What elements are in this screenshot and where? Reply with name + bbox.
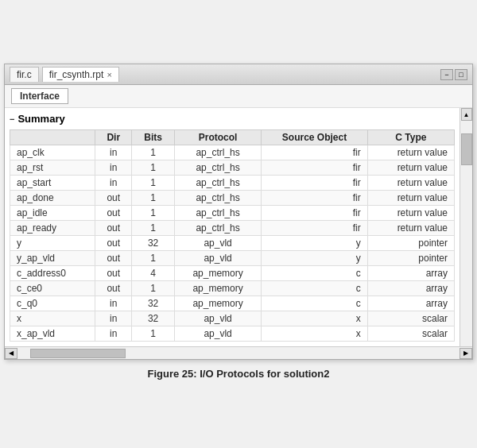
cell-name: c_q0 [10, 296, 95, 311]
cell-name: ap_idle [10, 206, 95, 221]
cell-source: c [262, 266, 368, 281]
cell-ctype: return value [367, 176, 454, 191]
interface-tab[interactable]: Interface [11, 88, 68, 104]
col-header-name [10, 130, 95, 145]
vertical-scrollbar[interactable]: ▲ [460, 108, 472, 346]
cell-protocol: ap_ctrl_hs [175, 176, 262, 191]
minimize-button[interactable]: − [440, 69, 453, 80]
cell-ctype: pointer [367, 236, 454, 251]
cell-protocol: ap_ctrl_hs [175, 206, 262, 221]
cell-protocol: ap_vld [175, 251, 262, 266]
cell-protocol: ap_ctrl_hs [175, 145, 262, 160]
cell-dir: in [95, 160, 132, 176]
cell-dir: in [95, 176, 132, 191]
cell-ctype: scalar [367, 311, 454, 326]
cell-ctype: pointer [367, 251, 454, 266]
cell-source: c [262, 296, 368, 311]
scroll-up-arrow[interactable]: ▲ [461, 108, 472, 121]
cell-name: ap_start [10, 176, 95, 191]
cell-protocol: ap_vld [175, 236, 262, 251]
table-row: x_ap_vldin1ap_vldxscalar [10, 326, 455, 342]
cell-dir: out [95, 206, 132, 221]
cell-bits: 1 [132, 251, 175, 266]
content-area: − Summary Dir Bits Protocol Source Objec… [5, 108, 472, 346]
cell-source: x [262, 311, 368, 326]
scroll-left-arrow[interactable]: ◀ [5, 348, 17, 359]
toolbar: Interface [5, 85, 472, 108]
cell-ctype: return value [367, 160, 454, 176]
main-window: fir.c fir_csynth.rpt × − □ Interface − S… [4, 64, 473, 360]
cell-bits: 1 [132, 206, 175, 221]
tab-fir-csynth-label: fir_csynth.rpt [49, 69, 104, 80]
cell-source: fir [262, 176, 368, 191]
cell-name: ap_ready [10, 221, 95, 236]
cell-ctype: return value [367, 221, 454, 236]
cell-dir: in [95, 311, 132, 326]
scroll-right-arrow[interactable]: ▶ [460, 348, 472, 359]
cell-source: fir [262, 191, 368, 206]
table-row: ap_idleout1ap_ctrl_hsfirreturn value [10, 206, 455, 221]
cell-bits: 32 [132, 311, 175, 326]
cell-ctype: scalar [367, 326, 454, 342]
interface-table: Dir Bits Protocol Source Object C Type a… [10, 129, 455, 342]
collapse-icon[interactable]: − [10, 114, 14, 124]
cell-bits: 1 [132, 176, 175, 191]
cell-name: ap_done [10, 191, 95, 206]
cell-ctype: array [367, 266, 454, 281]
cell-dir: out [95, 251, 132, 266]
cell-ctype: array [367, 296, 454, 311]
table-row: c_ce0out1ap_memorycarray [10, 281, 455, 296]
table-row: xin32ap_vldxscalar [10, 311, 455, 326]
cell-ctype: array [367, 281, 454, 296]
cell-bits: 1 [132, 191, 175, 206]
table-row: c_q0in32ap_memorycarray [10, 296, 455, 311]
col-header-source: Source Object [262, 130, 368, 145]
tab-fir-csynth[interactable]: fir_csynth.rpt × [42, 67, 119, 82]
cell-protocol: ap_ctrl_hs [175, 221, 262, 236]
scroll-h-track [17, 348, 460, 359]
section-title: Summary [17, 113, 64, 125]
cell-name: ap_rst [10, 160, 95, 176]
figure-caption: Figure 25: I/O Protocols for solution2 [148, 360, 330, 384]
cell-protocol: ap_memory [175, 266, 262, 281]
maximize-button[interactable]: □ [455, 69, 467, 80]
cell-bits: 32 [132, 236, 175, 251]
cell-protocol: ap_memory [175, 281, 262, 296]
cell-protocol: ap_vld [175, 326, 262, 342]
table-row: ap_doneout1ap_ctrl_hsfirreturn value [10, 191, 455, 206]
cell-name: y [10, 236, 95, 251]
table-row: yout32ap_vldypointer [10, 236, 455, 251]
section-header: − Summary [10, 113, 455, 125]
cell-bits: 1 [132, 326, 175, 342]
col-header-protocol: Protocol [175, 130, 262, 145]
cell-name: c_address0 [10, 266, 95, 281]
cell-protocol: ap_vld [175, 311, 262, 326]
cell-dir: in [95, 145, 132, 160]
cell-bits: 32 [132, 296, 175, 311]
cell-protocol: ap_memory [175, 296, 262, 311]
cell-bits: 4 [132, 266, 175, 281]
cell-dir: out [95, 266, 132, 281]
close-tab-icon[interactable]: × [107, 70, 111, 79]
tab-fir-c-label: fir.c [17, 69, 32, 80]
cell-protocol: ap_ctrl_hs [175, 191, 262, 206]
table-row: c_address0out4ap_memorycarray [10, 266, 455, 281]
title-bar: fir.c fir_csynth.rpt × − □ [5, 64, 472, 85]
col-header-ctype: C Type [367, 130, 454, 145]
scroll-thumb[interactable] [461, 133, 472, 165]
cell-source: fir [262, 206, 368, 221]
table-row: y_ap_vldout1ap_vldypointer [10, 251, 455, 266]
scroll-h-thumb[interactable] [30, 349, 126, 358]
cell-bits: 1 [132, 281, 175, 296]
cell-bits: 1 [132, 160, 175, 176]
table-row: ap_clkin1ap_ctrl_hsfirreturn value [10, 145, 455, 160]
cell-dir: out [95, 221, 132, 236]
col-header-bits: Bits [132, 130, 175, 145]
table-row: ap_readyout1ap_ctrl_hsfirreturn value [10, 221, 455, 236]
horizontal-scrollbar[interactable]: ◀ ▶ [5, 346, 472, 359]
tab-fir-c[interactable]: fir.c [10, 67, 39, 82]
cell-bits: 1 [132, 145, 175, 160]
window-controls: − □ [440, 69, 467, 80]
cell-dir: out [95, 191, 132, 206]
cell-source: fir [262, 160, 368, 176]
